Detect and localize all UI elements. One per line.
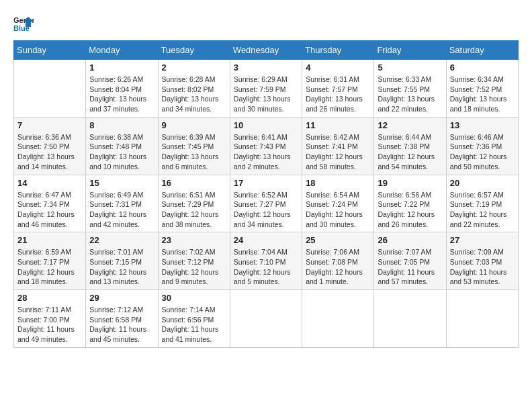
calendar-cell: 26Sunrise: 7:07 AM Sunset: 7:05 PM Dayli… xyxy=(374,232,446,290)
calendar-cell: 27Sunrise: 7:09 AM Sunset: 7:03 PM Dayli… xyxy=(446,232,518,290)
day-number: 3 xyxy=(234,62,298,73)
day-info: Sunrise: 7:14 AM Sunset: 6:56 PM Dayligh… xyxy=(162,305,226,345)
day-info: Sunrise: 6:57 AM Sunset: 7:19 PM Dayligh… xyxy=(450,190,515,230)
day-info: Sunrise: 6:33 AM Sunset: 7:55 PM Dayligh… xyxy=(378,75,442,114)
calendar-cell: 3Sunrise: 6:29 AM Sunset: 7:59 PM Daylig… xyxy=(230,60,302,118)
calendar-cell: 8Sunrise: 6:38 AM Sunset: 7:48 PM Daylig… xyxy=(86,117,158,175)
calendar-cell: 19Sunrise: 6:56 AM Sunset: 7:22 PM Dayli… xyxy=(374,175,446,232)
day-info: Sunrise: 6:34 AM Sunset: 7:52 PM Dayligh… xyxy=(450,75,515,114)
day-info: Sunrise: 6:41 AM Sunset: 7:43 PM Dayligh… xyxy=(234,132,298,172)
calendar-cell xyxy=(374,290,446,348)
calendar-cell xyxy=(446,290,518,348)
calendar-cell: 28Sunrise: 7:11 AM Sunset: 7:00 PM Dayli… xyxy=(14,290,86,348)
day-info: Sunrise: 6:59 AM Sunset: 7:17 PM Dayligh… xyxy=(17,247,82,287)
calendar-cell: 1Sunrise: 6:26 AM Sunset: 8:04 PM Daylig… xyxy=(86,60,158,118)
day-info: Sunrise: 6:31 AM Sunset: 7:57 PM Dayligh… xyxy=(306,75,370,114)
day-info: Sunrise: 6:51 AM Sunset: 7:29 PM Dayligh… xyxy=(162,190,226,230)
calendar-cell: 18Sunrise: 6:54 AM Sunset: 7:24 PM Dayli… xyxy=(302,175,374,232)
calendar-cell: 4Sunrise: 6:31 AM Sunset: 7:57 PM Daylig… xyxy=(302,60,374,118)
day-info: Sunrise: 6:36 AM Sunset: 7:50 PM Dayligh… xyxy=(17,132,82,172)
day-number: 28 xyxy=(17,293,82,303)
calendar-cell: 25Sunrise: 7:06 AM Sunset: 7:08 PM Dayli… xyxy=(302,232,374,290)
calendar-cell: 16Sunrise: 6:51 AM Sunset: 7:29 PM Dayli… xyxy=(158,175,230,232)
day-info: Sunrise: 7:11 AM Sunset: 7:00 PM Dayligh… xyxy=(17,305,82,345)
day-number: 20 xyxy=(450,178,515,188)
day-info: Sunrise: 7:09 AM Sunset: 7:03 PM Dayligh… xyxy=(450,247,515,287)
day-info: Sunrise: 6:44 AM Sunset: 7:38 PM Dayligh… xyxy=(378,132,442,172)
calendar-cell: 13Sunrise: 6:46 AM Sunset: 7:36 PM Dayli… xyxy=(446,117,518,175)
col-header-monday: Monday xyxy=(86,41,158,60)
day-number: 15 xyxy=(89,178,154,188)
day-number: 26 xyxy=(378,235,442,245)
day-info: Sunrise: 6:29 AM Sunset: 7:59 PM Dayligh… xyxy=(234,75,298,114)
day-info: Sunrise: 7:01 AM Sunset: 7:15 PM Dayligh… xyxy=(89,247,154,287)
day-number: 14 xyxy=(17,178,82,188)
calendar-cell: 17Sunrise: 6:52 AM Sunset: 7:27 PM Dayli… xyxy=(230,175,302,232)
day-number: 7 xyxy=(17,120,82,130)
day-info: Sunrise: 6:38 AM Sunset: 7:48 PM Dayligh… xyxy=(89,132,154,172)
calendar-cell: 12Sunrise: 6:44 AM Sunset: 7:38 PM Dayli… xyxy=(374,117,446,175)
day-number: 30 xyxy=(162,293,226,303)
day-number: 2 xyxy=(162,62,226,73)
calendar-cell: 11Sunrise: 6:42 AM Sunset: 7:41 PM Dayli… xyxy=(302,117,374,175)
day-info: Sunrise: 6:46 AM Sunset: 7:36 PM Dayligh… xyxy=(450,132,515,172)
calendar-cell: 30Sunrise: 7:14 AM Sunset: 6:56 PM Dayli… xyxy=(158,290,230,348)
day-info: Sunrise: 7:12 AM Sunset: 6:58 PM Dayligh… xyxy=(89,305,154,345)
calendar-cell: 9Sunrise: 6:39 AM Sunset: 7:45 PM Daylig… xyxy=(158,117,230,175)
calendar-cell: 21Sunrise: 6:59 AM Sunset: 7:17 PM Dayli… xyxy=(14,232,86,290)
day-info: Sunrise: 6:52 AM Sunset: 7:27 PM Dayligh… xyxy=(234,190,298,230)
day-number: 25 xyxy=(306,235,370,245)
col-header-wednesday: Wednesday xyxy=(230,41,302,60)
col-header-thursday: Thursday xyxy=(302,41,374,60)
day-number: 23 xyxy=(162,235,226,245)
calendar-cell: 22Sunrise: 7:01 AM Sunset: 7:15 PM Dayli… xyxy=(86,232,158,290)
calendar-cell: 29Sunrise: 7:12 AM Sunset: 6:58 PM Dayli… xyxy=(86,290,158,348)
calendar-cell: 20Sunrise: 6:57 AM Sunset: 7:19 PM Dayli… xyxy=(446,175,518,232)
day-number: 16 xyxy=(162,178,226,188)
logo: General Blue xyxy=(13,13,34,34)
calendar-cell xyxy=(302,290,374,348)
day-info: Sunrise: 6:56 AM Sunset: 7:22 PM Dayligh… xyxy=(378,190,442,230)
day-number: 9 xyxy=(162,120,226,130)
day-number: 6 xyxy=(450,62,515,73)
day-info: Sunrise: 7:02 AM Sunset: 7:12 PM Dayligh… xyxy=(162,247,226,287)
day-info: Sunrise: 6:49 AM Sunset: 7:31 PM Dayligh… xyxy=(89,190,154,230)
col-header-friday: Friday xyxy=(374,41,446,60)
calendar-cell: 6Sunrise: 6:34 AM Sunset: 7:52 PM Daylig… xyxy=(446,60,518,118)
day-number: 22 xyxy=(89,235,154,245)
calendar-cell xyxy=(230,290,302,348)
day-info: Sunrise: 6:47 AM Sunset: 7:34 PM Dayligh… xyxy=(17,190,82,230)
logo-icon: General Blue xyxy=(13,13,34,34)
day-info: Sunrise: 7:07 AM Sunset: 7:05 PM Dayligh… xyxy=(378,247,442,287)
col-header-tuesday: Tuesday xyxy=(158,41,230,60)
calendar-cell: 7Sunrise: 6:36 AM Sunset: 7:50 PM Daylig… xyxy=(14,117,86,175)
calendar-cell: 5Sunrise: 6:33 AM Sunset: 7:55 PM Daylig… xyxy=(374,60,446,118)
day-number: 27 xyxy=(450,235,515,245)
col-header-saturday: Saturday xyxy=(446,41,518,60)
day-info: Sunrise: 7:04 AM Sunset: 7:10 PM Dayligh… xyxy=(234,247,298,287)
day-number: 10 xyxy=(234,120,298,130)
day-info: Sunrise: 6:28 AM Sunset: 8:02 PM Dayligh… xyxy=(162,75,226,114)
day-info: Sunrise: 6:39 AM Sunset: 7:45 PM Dayligh… xyxy=(162,132,226,172)
calendar-cell: 15Sunrise: 6:49 AM Sunset: 7:31 PM Dayli… xyxy=(86,175,158,232)
day-number: 12 xyxy=(378,120,442,130)
day-number: 21 xyxy=(17,235,82,245)
day-number: 29 xyxy=(89,293,154,303)
calendar-table: SundayMondayTuesdayWednesdayThursdayFrid… xyxy=(13,40,519,348)
day-info: Sunrise: 7:06 AM Sunset: 7:08 PM Dayligh… xyxy=(306,247,370,287)
day-info: Sunrise: 6:42 AM Sunset: 7:41 PM Dayligh… xyxy=(306,132,370,172)
day-number: 24 xyxy=(234,235,298,245)
calendar-cell: 14Sunrise: 6:47 AM Sunset: 7:34 PM Dayli… xyxy=(14,175,86,232)
day-info: Sunrise: 6:54 AM Sunset: 7:24 PM Dayligh… xyxy=(306,190,370,230)
day-number: 18 xyxy=(306,178,370,188)
calendar-cell: 10Sunrise: 6:41 AM Sunset: 7:43 PM Dayli… xyxy=(230,117,302,175)
day-info: Sunrise: 6:26 AM Sunset: 8:04 PM Dayligh… xyxy=(89,75,154,114)
calendar-cell xyxy=(14,60,86,118)
day-number: 17 xyxy=(234,178,298,188)
day-number: 19 xyxy=(378,178,442,188)
day-number: 8 xyxy=(89,120,154,130)
day-number: 1 xyxy=(89,62,154,73)
col-header-sunday: Sunday xyxy=(14,41,86,60)
day-number: 11 xyxy=(306,120,370,130)
calendar-cell: 24Sunrise: 7:04 AM Sunset: 7:10 PM Dayli… xyxy=(230,232,302,290)
